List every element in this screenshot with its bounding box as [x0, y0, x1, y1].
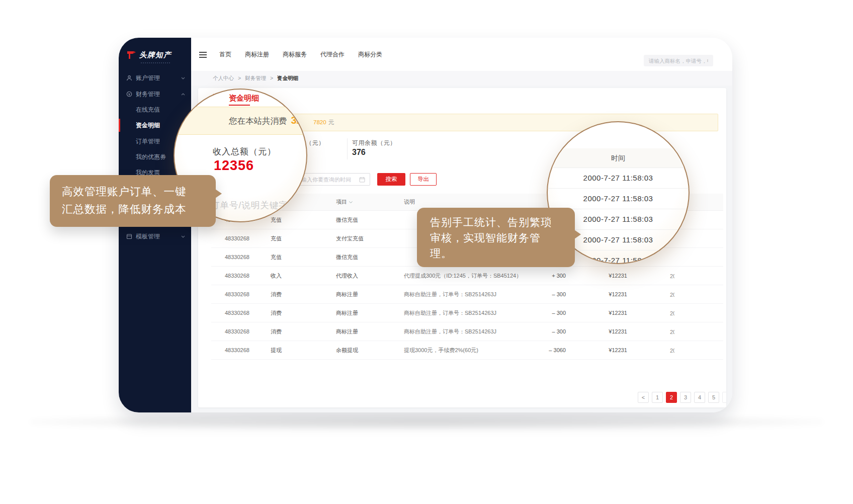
pagination: < 1 2 3 4 5: [638, 392, 726, 403]
template-icon: [126, 233, 132, 239]
breadcrumb: 个人中心 > 财务管理 > 资金明细: [191, 71, 732, 86]
active-indicator-bar: [119, 119, 120, 132]
table-row: 48330268 收入 代理收入 代理提成300元（ID:1245，订单号：SB…: [211, 267, 723, 285]
callout-left-tooltip: 高效管理账户订单、一键 汇总数据，降低财务成本: [50, 175, 216, 227]
sidebar-item-recharge[interactable]: 在线充值: [119, 102, 191, 117]
zoom-income-value: 12356: [214, 158, 254, 174]
expense-total-label-partial: （元）: [306, 139, 325, 147]
nav-tab-trademark-category[interactable]: 商标分类: [358, 50, 382, 59]
table-row: 48330268 提现 余额提现 提现3000元，手续费2%(60元) – 30…: [211, 341, 723, 360]
nav-tab-trademark-register[interactable]: 商标注册: [245, 50, 269, 59]
zoom-consumption-banner: 您在本站共消费32124: [174, 107, 307, 135]
zoom-time-value: 2000-7-27 11:58:03: [547, 188, 690, 209]
sidebar-item-account[interactable]: 账户管理: [119, 70, 191, 86]
chevron-down-icon: [181, 77, 185, 79]
chevron-down-icon: [181, 235, 185, 238]
breadcrumb-item[interactable]: 个人中心: [213, 75, 234, 81]
brand-tagline-dots: [141, 62, 170, 63]
table-row: 48330268 消费 商标注册 商标自助注册，订单号：SB2514263J –…: [211, 304, 723, 322]
finance-icon: [126, 91, 132, 97]
zoom-card-tab-underline: [229, 105, 250, 106]
zoom-card-tab: 资金明细: [229, 94, 259, 103]
zoom-income-label: 收入总额（元）: [213, 146, 276, 157]
marketing-screenshot: 头牌知产 账户管理 财务管理 在线充值: [0, 0, 853, 504]
callout-arrow-right-icon: [215, 189, 222, 198]
brand-logo-icon: [126, 51, 136, 59]
laptop-base-shadow: [30, 414, 823, 430]
table-row: 48330268 消费 商标注册 商标自助注册，订单号：SB2514263J –…: [211, 322, 723, 341]
top-menu: 首页 商标注册 商标服务 代理合作 商标分类: [219, 38, 382, 71]
zoom-time-value: 2000-7-27 11:58:03: [547, 167, 690, 189]
pagination-prev-button[interactable]: <: [638, 392, 649, 403]
top-navbar: 首页 商标注册 商标服务 代理合作 商标分类: [191, 38, 732, 71]
stats-divider: [347, 138, 348, 159]
nav-tab-agent-cooperation[interactable]: 代理合作: [320, 50, 345, 59]
nav-tab-home[interactable]: 首页: [219, 50, 231, 59]
callout-right-tooltip: 告别手工统计、告别繁琐 审核，实现智能财务管 理。: [417, 208, 575, 267]
sidebar-item-finance[interactable]: 财务管理: [119, 87, 191, 102]
zoom-time-header: 时间: [547, 148, 690, 168]
brand-name: 头牌知产: [139, 50, 172, 60]
caret-down-icon: [349, 201, 353, 203]
search-button[interactable]: 搜索: [377, 173, 405, 186]
pagination-next-button[interactable]: [722, 392, 726, 403]
hamburger-menu-icon[interactable]: [199, 52, 207, 59]
pagination-page-5[interactable]: 5: [708, 392, 719, 403]
chevron-up-icon: [181, 93, 185, 96]
sidebar-item-templates[interactable]: 模板管理: [119, 229, 191, 244]
export-button[interactable]: 导出: [410, 173, 437, 186]
zoom-banner-prefix: 您在本站共消费: [229, 116, 287, 125]
header-project[interactable]: 项目: [336, 198, 404, 206]
breadcrumb-item[interactable]: 财务管理: [245, 75, 266, 81]
table-row: 48330268 消费 商标注册 商标自助注册，订单号：SB2514263J –…: [211, 285, 723, 304]
brand-logo: 头牌知产: [126, 50, 172, 60]
consumption-amount: 7820元: [313, 114, 334, 131]
zoom-keyword-placeholder: 订单号/说明关键字: [211, 199, 288, 211]
pagination-page-2-active[interactable]: 2: [666, 392, 677, 403]
pagination-page-4[interactable]: 4: [694, 392, 705, 403]
user-icon: [126, 75, 132, 81]
available-balance-label: 可用余额（元）: [352, 139, 396, 147]
available-balance-value: 376: [352, 148, 366, 157]
pagination-page-1[interactable]: 1: [652, 392, 663, 403]
breadcrumb-current: 资金明细: [277, 75, 298, 81]
nav-tab-trademark-service[interactable]: 商标服务: [283, 50, 307, 59]
pagination-page-3[interactable]: 3: [680, 392, 691, 403]
header-description: 说明: [404, 198, 531, 206]
global-search-input[interactable]: [644, 55, 713, 66]
calendar-icon[interactable]: [359, 177, 365, 183]
callout-arrow-right-icon: [574, 230, 581, 239]
